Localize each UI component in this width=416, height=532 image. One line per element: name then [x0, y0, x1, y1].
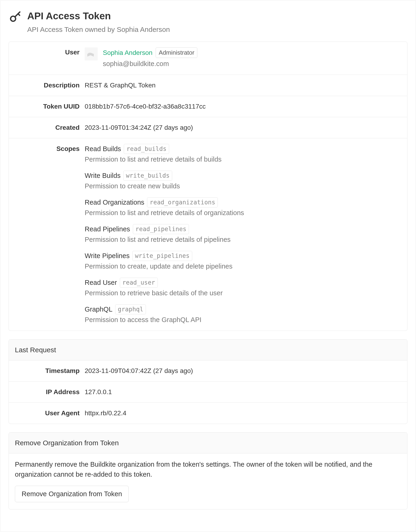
scope-title-line: Write Pipelineswrite_pipelines [85, 251, 401, 261]
user-email: sophia@buildkite.com [103, 59, 197, 69]
remove-org-body: Permanently remove the Buildkite organiz… [9, 453, 407, 486]
scope-code: read_organizations [147, 197, 218, 207]
value-uuid: 018bb1b7-57c6-4ce0-bf32-a36a8c3117cc [85, 102, 401, 111]
scope-item: Read Organizationsread_organizationsPerm… [85, 197, 401, 218]
scope-item: GraphQLgraphqlPermission to access the G… [85, 304, 401, 325]
remove-org-button[interactable]: Remove Organization from Token [15, 486, 129, 502]
row-ip: IP Address 127.0.0.1 [9, 381, 407, 403]
value-created: 2023-11-09T01:34:24Z (27 days ago) [85, 123, 401, 133]
label-timestamp: Timestamp [15, 366, 85, 376]
scope-item: Write Buildswrite_buildsPermission to cr… [85, 171, 401, 191]
scope-desc: Permission to access the GraphQL API [85, 315, 401, 325]
scope-desc: Permission to list and retrieve details … [85, 208, 401, 218]
row-created: Created 2023-11-09T01:34:24Z (27 days ag… [9, 117, 407, 138]
row-description: Description REST & GraphQL Token [9, 75, 407, 96]
page-container: API Access Token API Access Token owned … [0, 0, 416, 532]
scope-desc: Permission to list and retrieve details … [85, 235, 401, 245]
value-description: REST & GraphQL Token [85, 80, 401, 90]
label-created: Created [15, 123, 85, 133]
scope-title: Write Builds [85, 171, 121, 181]
row-uuid: Token UUID 018bb1b7-57c6-4ce0-bf32-a36a8… [9, 96, 407, 117]
label-user: User [15, 48, 85, 69]
scope-item: Read Buildsread_buildsPermission to list… [85, 144, 401, 165]
scope-code: read_pipelines [133, 224, 189, 234]
page-title: API Access Token [27, 9, 170, 23]
page-header: API Access Token API Access Token owned … [9, 9, 407, 35]
scope-code: write_pipelines [132, 251, 192, 261]
user-role-badge: Administrator [156, 48, 197, 58]
scope-title: GraphQL [85, 304, 112, 315]
avatar [85, 48, 98, 60]
label-scopes: Scopes [15, 144, 85, 325]
token-details-panel: User Sophia Ander [9, 42, 407, 331]
scope-title-line: Read Buildsread_builds [85, 144, 401, 154]
user-block: Sophia Anderson Administrator sophia@bui… [85, 48, 401, 69]
scope-desc: Permission to create new builds [85, 181, 401, 191]
scope-title-line: Read Organizationsread_organizations [85, 197, 401, 208]
scope-item: Read Pipelinesread_pipelinesPermission t… [85, 224, 401, 245]
value-ip: 127.0.0.1 [85, 387, 401, 397]
last-request-panel: Last Request Timestamp 2023-11-09T04:07:… [9, 339, 407, 424]
scope-desc: Permission to retrieve basic details of … [85, 288, 401, 298]
scope-title-line: GraphQLgraphql [85, 304, 401, 315]
row-timestamp: Timestamp 2023-11-09T04:07:42Z (27 days … [9, 361, 407, 381]
remove-org-panel: Remove Organization from Token Permanent… [9, 432, 407, 509]
scope-title-line: Read Userread_user [85, 278, 401, 288]
scope-code: graphql [115, 304, 146, 314]
scope-title: Write Pipelines [85, 251, 130, 261]
user-name-link[interactable]: Sophia Anderson [103, 48, 152, 58]
value-timestamp: 2023-11-09T04:07:42Z (27 days ago) [85, 366, 401, 376]
label-ip: IP Address [15, 387, 85, 397]
row-scopes: Scopes Read Buildsread_buildsPermission … [9, 138, 407, 331]
scope-desc: Permission to create, update and delete … [85, 261, 401, 272]
value-ua: httpx.rb/0.22.4 [85, 408, 401, 418]
user-info: Sophia Anderson Administrator sophia@bui… [103, 48, 197, 69]
label-uuid: Token UUID [15, 102, 85, 111]
row-ua: User Agent httpx.rb/0.22.4 [9, 403, 407, 424]
scope-desc: Permission to list and retrieve details … [85, 154, 401, 165]
svg-line-2 [18, 14, 20, 15]
page-subtitle: API Access Token owned by Sophia Anderso… [27, 24, 170, 35]
last-request-heading: Last Request [9, 340, 407, 361]
scope-title-line: Write Buildswrite_builds [85, 171, 401, 181]
scope-title: Read Organizations [85, 197, 144, 208]
scope-code: read_user [120, 278, 158, 288]
row-user: User Sophia Ander [9, 42, 407, 75]
scope-title: Read User [85, 278, 117, 288]
scope-title-line: Read Pipelinesread_pipelines [85, 224, 401, 234]
scope-code: write_builds [123, 171, 172, 181]
scope-code: read_builds [124, 144, 169, 154]
label-description: Description [15, 80, 85, 90]
scope-title: Read Pipelines [85, 224, 130, 234]
scopes-list: Read Buildsread_buildsPermission to list… [85, 144, 401, 325]
page-header-text: API Access Token API Access Token owned … [27, 9, 170, 35]
remove-org-heading: Remove Organization from Token [9, 432, 407, 453]
scope-item: Write Pipelineswrite_pipelinesPermission… [85, 251, 401, 272]
label-ua: User Agent [15, 408, 85, 418]
key-icon [9, 10, 22, 23]
scope-item: Read Userread_userPermission to retrieve… [85, 278, 401, 298]
scope-title: Read Builds [85, 144, 121, 154]
